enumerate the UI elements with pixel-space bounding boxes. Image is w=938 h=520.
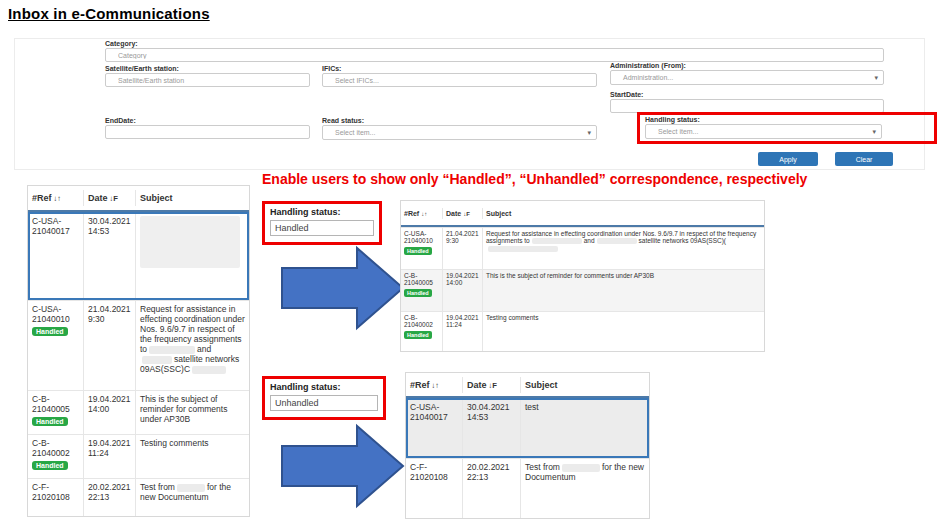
subject-cell bbox=[136, 213, 249, 300]
table-row[interactable]: C-B-21040002Handled 19.04.202111:24 Test… bbox=[401, 311, 764, 351]
redacted-content bbox=[149, 346, 195, 354]
ref-cell: C-B-21040002Handled bbox=[401, 312, 443, 351]
administration-select-value: Administration... bbox=[623, 74, 673, 81]
subject-cell: Test fromfor the new Documentum bbox=[136, 479, 249, 516]
status-badge: Handled bbox=[32, 461, 68, 470]
sort-filter-icon: ↓F bbox=[463, 211, 470, 217]
handling-status-select[interactable]: Select item... ▾ bbox=[645, 124, 882, 139]
redacted-content bbox=[142, 356, 172, 364]
col-header-subject: Subject bbox=[136, 190, 249, 206]
sort-icon: ↓↑ bbox=[421, 211, 427, 217]
end-date-label: EndDate: bbox=[105, 117, 136, 124]
redacted-content bbox=[562, 464, 600, 472]
date-cell: 21.04.20219:30 bbox=[443, 228, 483, 269]
subject-cell: Testing comments bbox=[483, 312, 764, 351]
clear-button[interactable]: Clear bbox=[835, 152, 893, 166]
inbox-table: #Ref↓↑ Date↓F Subject C-USA-21040017 30.… bbox=[27, 185, 250, 517]
date-cell: 19.04.202111:24 bbox=[84, 435, 136, 478]
subject-cell: This is the subject of reminder for comm… bbox=[136, 391, 249, 434]
table-row[interactable]: C-USA-21040017 30.04.202114:53 bbox=[28, 212, 249, 300]
col-header-ref[interactable]: #Ref↓↑ bbox=[28, 190, 84, 206]
status-badge: Handled bbox=[32, 327, 68, 336]
handling-status-select-value: Select item... bbox=[658, 128, 698, 135]
inbox-table-header: #Ref↓↑ Date↓F Subject bbox=[28, 186, 249, 212]
col-header-ref-label: #Ref bbox=[32, 193, 52, 203]
handling-status-label: Handling status: bbox=[645, 116, 700, 123]
ref-cell: C-B-21040005Handled bbox=[401, 270, 443, 311]
redacted-content bbox=[140, 216, 240, 268]
unhandled-filter-label: Handling status: bbox=[270, 382, 378, 392]
administration-label: Administration (From): bbox=[610, 62, 686, 69]
date-cell: 20.02.202122:13 bbox=[463, 459, 521, 518]
col-header-subject: Subject bbox=[521, 377, 649, 393]
read-status-label: Read status: bbox=[322, 117, 364, 124]
start-date-input[interactable] bbox=[610, 99, 884, 113]
table-row[interactable]: C-USA-21040017 30.04.202114:53 test bbox=[406, 398, 649, 458]
start-date-label: StartDate: bbox=[610, 91, 643, 98]
table-row[interactable]: C-USA-21040010Handled 21.04.20219:30 Req… bbox=[28, 300, 249, 390]
subject-cell: Request for assistance in effecting coor… bbox=[483, 228, 764, 269]
col-header-ref-label: #Ref bbox=[410, 380, 430, 390]
arrow-right-icon bbox=[281, 423, 405, 509]
date-cell: 30.04.202114:53 bbox=[84, 213, 136, 300]
subject-cell: Test fromfor the new Documentum bbox=[521, 459, 649, 518]
ref-cell: C-B-21040005Handled bbox=[28, 391, 84, 434]
table-row[interactable]: C-B-21040005Handled 19.04.202114:00 This… bbox=[401, 269, 764, 311]
ref-cell: C-USA-21040017 bbox=[406, 399, 463, 458]
status-badge: Handled bbox=[32, 417, 68, 426]
table-row[interactable]: C-B-21040002Handled 19.04.202111:24 Test… bbox=[28, 434, 249, 478]
date-cell: 30.04.202114:53 bbox=[463, 399, 521, 458]
read-status-select[interactable]: Select item... ▾ bbox=[322, 125, 597, 140]
col-header-date[interactable]: Date↓F bbox=[443, 208, 483, 219]
administration-select[interactable]: Administration... ▾ bbox=[610, 70, 884, 85]
ref-cell: C-USA-21040017 bbox=[28, 213, 84, 300]
table-row[interactable]: C-F-21020108 20.02.202122:13 Test fromfo… bbox=[406, 458, 649, 518]
table-row[interactable]: C-USA-21040010Handled 21.04.20219:30 Req… bbox=[401, 227, 764, 269]
col-header-ref-label: #Ref bbox=[404, 210, 419, 217]
handled-filter-select[interactable]: Handled bbox=[270, 220, 374, 236]
unhandled-results-table: #Ref↓↑ Date↓F Subject C-USA-21040017 30.… bbox=[405, 372, 650, 519]
ifics-input[interactable] bbox=[322, 73, 597, 87]
ifics-label: IFICs: bbox=[322, 65, 341, 72]
date-cell: 19.04.202114:00 bbox=[84, 391, 136, 434]
sort-filter-icon: ↓F bbox=[110, 194, 119, 203]
satellite-station-input[interactable] bbox=[105, 73, 310, 87]
ref-cell: C-USA-21040010Handled bbox=[401, 228, 443, 269]
annotation-headline: Enable users to show only “Handled”, “Un… bbox=[262, 171, 922, 187]
col-header-ref[interactable]: #Ref↓↑ bbox=[401, 208, 443, 219]
redacted-content bbox=[597, 238, 637, 244]
status-badge: Handled bbox=[404, 247, 432, 255]
redacted-content bbox=[192, 366, 226, 374]
unhandled-table-header: #Ref↓↑ Date↓F Subject bbox=[406, 373, 649, 398]
handled-results-table: #Ref↓↑ Date↓F Subject C-USA-21040010Hand… bbox=[400, 200, 765, 352]
date-cell: 19.04.202111:24 bbox=[443, 312, 483, 351]
chevron-down-icon: ▾ bbox=[587, 129, 591, 136]
handled-filter-highlight-box: Handling status: Handled bbox=[262, 201, 382, 245]
unhandled-filter-highlight-box: Handling status: Unhandled bbox=[262, 376, 386, 420]
ref-cell: C-F-21020108 bbox=[406, 459, 463, 518]
arrow-right-icon bbox=[281, 245, 405, 331]
end-date-input[interactable] bbox=[105, 125, 310, 139]
subject-cell: Request for assistance in effecting coor… bbox=[136, 301, 249, 390]
redacted-content bbox=[532, 238, 582, 244]
table-row[interactable]: C-B-21040005Handled 19.04.202114:00 This… bbox=[28, 390, 249, 434]
col-header-date-label: Date bbox=[467, 380, 487, 390]
ref-cell: C-USA-21040010Handled bbox=[28, 301, 84, 390]
redacted-content bbox=[177, 484, 205, 492]
chevron-down-icon: ▾ bbox=[872, 128, 876, 135]
col-header-ref[interactable]: #Ref↓↑ bbox=[406, 377, 463, 393]
date-cell: 21.04.20219:30 bbox=[84, 301, 136, 390]
status-badge: Handled bbox=[404, 289, 432, 297]
chevron-down-icon: ▾ bbox=[874, 74, 878, 81]
unhandled-filter-select[interactable]: Unhandled bbox=[270, 395, 378, 411]
apply-button[interactable]: Apply bbox=[758, 152, 818, 166]
col-header-date[interactable]: Date↓F bbox=[84, 190, 136, 206]
status-badge: Handled bbox=[404, 331, 432, 339]
subject-cell: This is the subject of reminder for comm… bbox=[483, 270, 764, 311]
sort-icon: ↓↑ bbox=[432, 381, 440, 390]
col-header-date[interactable]: Date↓F bbox=[463, 377, 521, 393]
subject-cell: Testing comments bbox=[136, 435, 249, 478]
category-input[interactable] bbox=[105, 48, 884, 62]
ref-cell: C-B-21040002Handled bbox=[28, 435, 84, 478]
table-row[interactable]: C-F-21020108 20.02.202122:13 Test fromfo… bbox=[28, 478, 249, 516]
